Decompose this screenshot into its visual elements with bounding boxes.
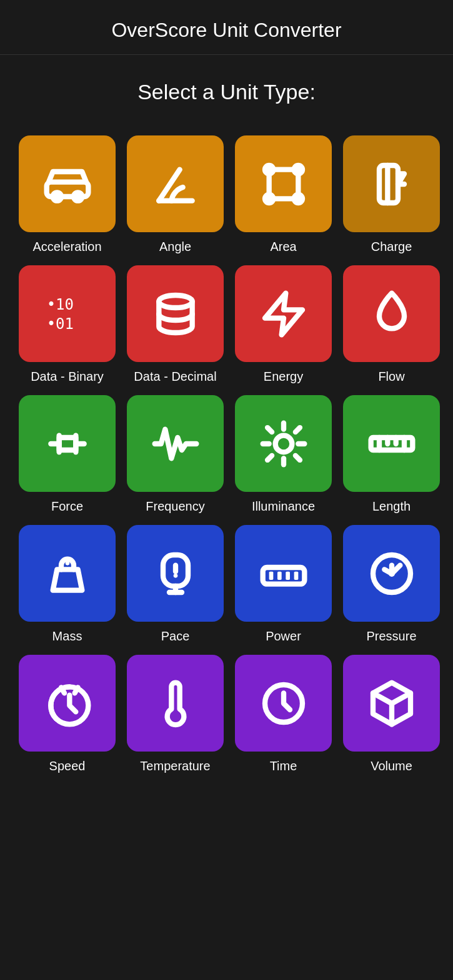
svg-line-23 [267, 428, 272, 432]
svg-line-52 [373, 693, 392, 703]
unit-item-force[interactable]: Force [19, 395, 116, 514]
unit-label-data-binary: Data - Binary [31, 370, 104, 384]
unit-item-length[interactable]: Length [343, 395, 440, 514]
svg-line-24 [295, 455, 299, 459]
unit-icon-box-illuminance [235, 395, 332, 492]
unit-icon-box-length [343, 395, 440, 492]
svg-point-34 [65, 561, 69, 566]
main-content: Select a Unit Type: AccelerationAngleAre… [0, 55, 453, 792]
svg-point-14 [159, 295, 192, 308]
unit-label-force: Force [51, 499, 83, 514]
unit-icon-box-force [19, 395, 116, 492]
app-title: OverScore Unit Converter [12, 19, 441, 42]
svg-line-51 [392, 693, 411, 703]
unit-item-data-decimal[interactable]: Data - Decimal [127, 265, 224, 384]
svg-line-4 [159, 169, 179, 200]
unit-item-charge[interactable]: Charge [343, 135, 440, 254]
unit-item-flow[interactable]: Flow [343, 265, 440, 384]
svg-point-7 [294, 165, 302, 174]
unit-icon-box-flow [343, 265, 440, 362]
svg-point-8 [265, 194, 273, 202]
svg-point-39 [173, 574, 177, 578]
unit-label-time: Time [270, 759, 297, 773]
unit-icon-box-angle [127, 135, 224, 232]
unit-item-illuminance[interactable]: Illuminance [235, 395, 332, 514]
unit-icon-box-temperature [127, 655, 224, 752]
svg-rect-41 [269, 571, 273, 579]
unit-item-time[interactable]: Time [235, 655, 332, 773]
unit-label-length: Length [372, 499, 411, 514]
unit-label-data-decimal: Data - Decimal [134, 370, 216, 384]
svg-line-49 [74, 687, 77, 693]
svg-rect-43 [286, 571, 290, 579]
unit-icon-box-data-binary: •10•01 [19, 265, 116, 362]
svg-rect-40 [262, 567, 304, 584]
unit-label-illuminance: Illuminance [252, 499, 315, 514]
unit-label-charge: Charge [371, 240, 412, 254]
unit-icon-box-frequency [127, 395, 224, 492]
unit-label-angle: Angle [159, 240, 191, 254]
svg-point-46 [389, 571, 395, 577]
unit-label-temperature: Temperature [140, 759, 210, 773]
unit-item-area[interactable]: Area [235, 135, 332, 254]
unit-item-pressure[interactable]: Pressure [343, 525, 440, 644]
svg-line-27 [267, 455, 272, 459]
unit-item-data-binary[interactable]: •10•01Data - Binary [19, 265, 116, 384]
unit-icon-box-pressure [343, 525, 440, 622]
svg-rect-19 [59, 438, 76, 450]
unit-label-energy: Energy [264, 370, 303, 384]
svg-point-9 [294, 194, 302, 202]
unit-label-pressure: Pressure [366, 629, 416, 644]
unit-icon-box-energy [235, 265, 332, 362]
unit-label-speed: Speed [49, 759, 86, 773]
section-heading: Select a Unit Type: [12, 80, 441, 104]
svg-rect-42 [277, 571, 282, 579]
unit-label-pace: Pace [161, 629, 190, 644]
unit-icon-box-mass [19, 525, 116, 622]
app-header: OverScore Unit Converter [0, 0, 453, 55]
unit-label-volume: Volume [371, 759, 412, 773]
unit-icon-box-pace [127, 525, 224, 622]
unit-icon-box-time [235, 655, 332, 752]
unit-item-frequency[interactable]: Frequency [127, 395, 224, 514]
unit-icon-box-area [235, 135, 332, 232]
unit-item-energy[interactable]: Energy [235, 265, 332, 384]
unit-item-acceleration[interactable]: Acceleration [19, 135, 116, 254]
unit-item-mass[interactable]: Mass [19, 525, 116, 644]
unit-item-temperature[interactable]: Temperature [127, 655, 224, 773]
unit-label-mass: Mass [52, 629, 82, 644]
unit-item-angle[interactable]: Angle [127, 135, 224, 254]
unit-item-speed[interactable]: Speed [19, 655, 116, 773]
unit-label-area: Area [270, 240, 296, 254]
unit-icon-box-speed [19, 655, 116, 752]
svg-text:•10: •10 [46, 296, 73, 313]
unit-icon-box-charge [343, 135, 440, 232]
unit-grid: AccelerationAngleAreaCharge•10•01Data - … [12, 135, 441, 773]
unit-icon-box-volume [343, 655, 440, 752]
unit-icon-box-data-decimal [127, 265, 224, 362]
svg-point-6 [265, 165, 273, 174]
svg-line-48 [61, 687, 64, 693]
svg-line-28 [295, 428, 299, 432]
unit-label-acceleration: Acceleration [32, 240, 101, 254]
unit-item-power[interactable]: Power [235, 525, 332, 644]
svg-point-20 [275, 435, 292, 452]
svg-rect-44 [294, 571, 298, 579]
unit-item-pace[interactable]: Pace [127, 525, 224, 644]
unit-label-frequency: Frequency [146, 499, 205, 514]
unit-item-volume[interactable]: Volume [343, 655, 440, 773]
svg-text:•01: •01 [46, 315, 73, 333]
unit-icon-box-acceleration [19, 135, 116, 232]
unit-icon-box-power [235, 525, 332, 622]
unit-label-flow: Flow [378, 370, 404, 384]
unit-label-power: Power [266, 629, 301, 644]
